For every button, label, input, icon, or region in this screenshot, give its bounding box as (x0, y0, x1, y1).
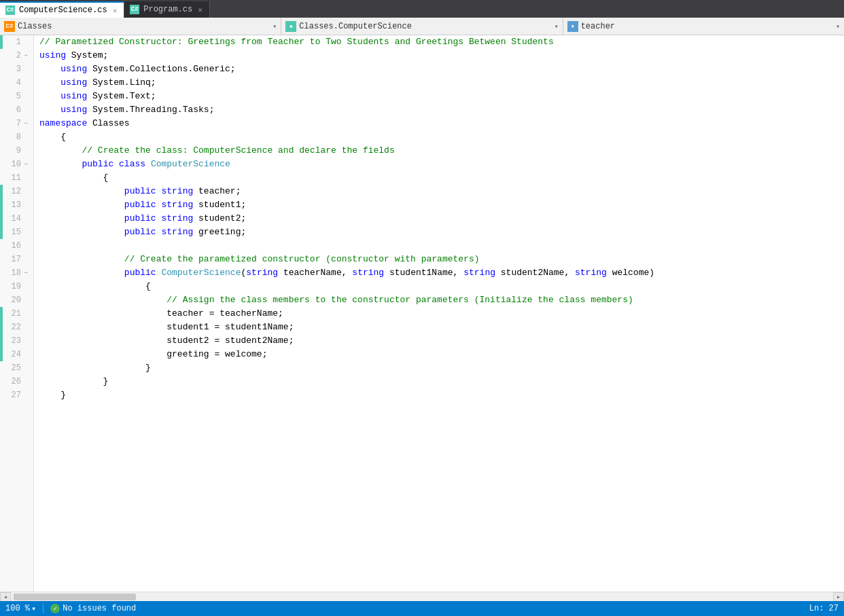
nav-classes-arrow: ▾ (272, 22, 277, 31)
kw-string-18c: string (463, 266, 495, 280)
kw-using-2: using (39, 49, 66, 62)
code-line-2: using System; (39, 49, 844, 62)
status-divider (43, 604, 43, 613)
code-line-23: student2 = student2Name; (39, 334, 844, 348)
tab-close-program[interactable]: ✕ (196, 5, 204, 15)
nav-section-computersci[interactable]: ◆ Classes.ComputerScience ▾ (281, 18, 563, 35)
tab-computersci[interactable]: C# ComputerScience.cs ✕ (0, 1, 124, 18)
collapse-21 (22, 310, 29, 317)
check-icon: ✓ (50, 604, 60, 613)
kw-string-14: string (161, 212, 193, 225)
collapse-24 (22, 351, 29, 358)
line-num-row-2: 2 − (0, 49, 33, 62)
code-line-3: using System.Collections.Generic; (39, 62, 844, 76)
scroll-left-arrow[interactable]: ◂ (0, 592, 11, 602)
code-comment-20: // Assign the class members to the const… (166, 293, 633, 307)
tab-bar: C# ComputerScience.cs ✕ C# Program.cs ✕ (0, 0, 844, 18)
collapse-13 (22, 202, 29, 209)
nav-computersci-arrow: ▾ (555, 22, 559, 31)
code-comment-9: // Create the class: ComputerScience and… (82, 144, 394, 158)
code-line-27: } (39, 388, 844, 402)
line-num-row-8: 8 (0, 130, 33, 144)
code-text-1: // Parametized Constructor: Greetings fr… (39, 35, 554, 49)
line-num-17: 17 (7, 255, 21, 264)
code-line-26: } (39, 375, 844, 388)
zoom-control[interactable]: 100 % ▾ (5, 604, 36, 614)
collapse-10[interactable]: − (22, 161, 29, 168)
tab-close-computersci[interactable]: ✕ (111, 5, 119, 16)
status-bar: 100 % ▾ ✓ No issues found Ln: 27 (0, 601, 844, 616)
green-bar-1 (0, 35, 3, 49)
collapse-18[interactable]: − (22, 270, 29, 276)
type-computersci-10: ComputerScience (151, 158, 230, 171)
line-num-row-25: 25 (0, 361, 33, 375)
status-line-info: Ln: 27 (809, 604, 839, 613)
collapse-16 (22, 242, 29, 249)
code-line-12: public string teacher; (39, 185, 844, 198)
line-num-row-19: 19 (0, 280, 33, 293)
line-num-18: 18 (7, 268, 21, 278)
tab-label-computersci: ComputerScience.cs (19, 5, 107, 15)
kw-string-18d: string (575, 266, 607, 280)
line-num-16: 16 (7, 241, 21, 251)
collapse-25 (22, 365, 29, 372)
collapse-3 (22, 66, 29, 73)
line-num-row-26: 26 (0, 375, 33, 388)
green-bar-22 (0, 321, 3, 334)
collapse-9 (22, 147, 29, 154)
scroll-right-arrow[interactable]: ▸ (833, 592, 844, 602)
code-line-7: namespace Classes (39, 117, 844, 130)
kw-using-4: using (60, 76, 87, 90)
line-num-13: 13 (7, 200, 21, 210)
code-line-24: greeting = welcome; (39, 348, 844, 361)
collapse-23 (22, 338, 29, 344)
line-num-row-22: 22 (0, 321, 33, 334)
green-bar-13 (0, 198, 3, 212)
tab-program[interactable]: C# Program.cs ✕ (124, 1, 210, 18)
code-line-22: student1 = student1Name; (39, 321, 844, 334)
zoom-arrow-icon: ▾ (31, 604, 36, 614)
line-num-row-1: 1 (0, 35, 33, 49)
kw-string-12: string (161, 185, 193, 198)
kw-string-13: string (161, 198, 193, 212)
code-editor[interactable]: // Parametized Constructor: Greetings fr… (34, 35, 844, 592)
line-num-row-11: 11 (0, 171, 33, 185)
kw-string-18a: string (246, 266, 278, 280)
code-line-17: // Create the parametized constructor (c… (39, 253, 844, 266)
horizontal-scrollbar[interactable]: ◂ ▸ (0, 592, 844, 601)
code-line-21: teacher = teacherName; (39, 307, 844, 321)
line-num-5: 5 (7, 92, 21, 101)
kw-public-15: public (124, 225, 156, 239)
editor-area: 1 2 − 3 4 5 6 7 − (0, 35, 844, 592)
line-num-12: 12 (7, 187, 21, 196)
line-num-11: 11 (7, 173, 21, 183)
line-num-26: 26 (7, 377, 21, 386)
collapse-17 (22, 256, 29, 263)
line-num-row-15: 15 (0, 225, 33, 239)
nav-section-teacher[interactable]: ♦ teacher ▾ (563, 18, 844, 35)
collapse-5 (22, 93, 29, 100)
collapse-2[interactable]: − (22, 52, 29, 59)
collapse-19 (22, 283, 29, 290)
kw-public-10: public (82, 158, 113, 171)
kw-namespace-7: namespace (39, 117, 87, 130)
line-num-3: 3 (7, 65, 21, 74)
kw-public-14: public (124, 212, 156, 225)
cs-file-icon: C# (5, 5, 15, 15)
kw-class-10: class (119, 158, 145, 171)
nav-section-classes[interactable]: C# Classes ▾ (0, 18, 281, 35)
collapse-14 (22, 215, 29, 222)
collapse-1 (22, 39, 29, 46)
line-num-row-4: 4 (0, 76, 33, 90)
line-num-14: 14 (7, 214, 21, 223)
code-line-13: public string student1; (39, 198, 844, 212)
collapse-7[interactable]: − (22, 120, 29, 127)
code-line-16 (39, 239, 844, 253)
line-num-row-24: 24 (0, 348, 33, 361)
line-num-row-13: 13 (0, 198, 33, 212)
code-line-5: using System.Text; (39, 90, 844, 103)
kw-string-15: string (161, 225, 193, 239)
scroll-thumb[interactable] (14, 594, 136, 600)
collapse-4 (22, 79, 29, 86)
line-num-row-27: 27 (0, 388, 33, 402)
